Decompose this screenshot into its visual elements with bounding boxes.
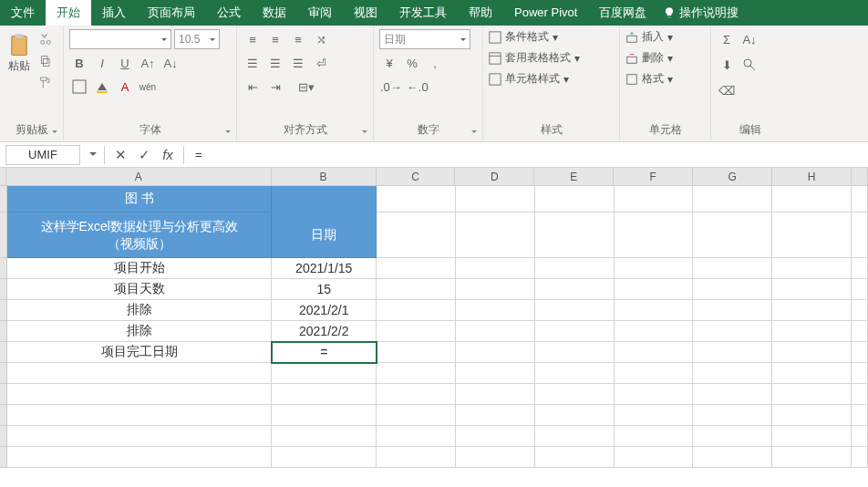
increase-indent-button[interactable]: ⇥ (265, 77, 285, 97)
tab-power[interactable]: Power Pivot (503, 0, 588, 26)
bold-button[interactable]: B (69, 53, 89, 73)
align-bottom-button[interactable]: ≡ (288, 29, 308, 49)
clear-button[interactable]: ⌫ (717, 80, 737, 100)
svg-point-13 (744, 59, 751, 67)
cell-a6[interactable]: 排除 (7, 321, 272, 342)
fill-color-button[interactable] (92, 77, 112, 97)
number-group-label: 数字 (379, 120, 477, 140)
sort-button[interactable]: A↓ (739, 29, 760, 49)
cell-a3[interactable]: 项目开始 (7, 258, 272, 279)
tab-view[interactable]: 视图 (343, 0, 388, 26)
format-painter-button[interactable] (36, 73, 56, 93)
tab-baidu[interactable]: 百度网盘 (588, 0, 657, 26)
editing-group-label: 编辑 (717, 120, 784, 140)
fill-button[interactable]: ⬇ (717, 55, 737, 75)
cells-group-label: 单元格 (625, 120, 705, 140)
cell-a5[interactable]: 排除 (7, 300, 272, 321)
col-header-g[interactable]: G (693, 168, 772, 185)
col-header-f[interactable]: F (614, 168, 693, 185)
svg-rect-1 (15, 34, 23, 38)
tab-review[interactable]: 审阅 (297, 0, 343, 26)
percent-button[interactable]: % (402, 53, 422, 73)
number-format-select[interactable]: 日期 (379, 29, 470, 49)
align-center-button[interactable]: ☰ (265, 53, 285, 73)
cell-styles-button[interactable]: 单元格样式 ▾ (489, 71, 614, 87)
tell-me[interactable]: 操作说明搜 (663, 5, 739, 21)
insert-cells-button[interactable]: 插入 ▾ (625, 29, 705, 45)
tab-formula[interactable]: 公式 (206, 0, 252, 26)
align-middle-button[interactable]: ≡ (265, 29, 285, 49)
col-header-b[interactable]: B (272, 168, 377, 185)
cell-a7[interactable]: 项目完工日期 (7, 342, 272, 363)
decrease-indent-button[interactable]: ⇤ (243, 77, 263, 97)
conditional-format-button[interactable]: 条件格式 ▾ (489, 29, 614, 45)
delete-cells-button[interactable]: 删除 ▾ (625, 50, 705, 66)
align-top-button[interactable]: ≡ (243, 29, 263, 49)
cell-b7[interactable]: = (272, 342, 377, 363)
formula-input[interactable] (188, 145, 868, 165)
svg-line-14 (750, 66, 755, 70)
name-box[interactable]: UMIF (5, 145, 80, 165)
cell[interactable] (377, 186, 456, 212)
comma-button[interactable]: , (425, 53, 445, 73)
svg-rect-7 (490, 52, 501, 63)
col-header-h[interactable]: H (772, 168, 852, 185)
font-group-label: 字体 (69, 120, 231, 140)
col-header-a[interactable]: A (6, 168, 272, 185)
increase-font-button[interactable]: A↑ (138, 53, 158, 73)
underline-button[interactable]: U (115, 53, 135, 73)
insert-function-button[interactable]: fx (156, 143, 180, 167)
decrease-decimal-button[interactable]: ←.0 (406, 77, 429, 97)
name-box-dropdown[interactable] (86, 150, 100, 160)
svg-rect-12 (627, 74, 637, 84)
currency-button[interactable]: ¥ (379, 53, 399, 73)
tab-home[interactable]: 开始 (46, 0, 91, 26)
tab-insert[interactable]: 插入 (91, 0, 137, 26)
cell-a2[interactable]: 这样学Excel数据处理与分析更高效（视频版） (7, 212, 272, 258)
copy-button[interactable] (36, 51, 56, 71)
borders-button[interactable] (69, 77, 89, 97)
italic-button[interactable]: I (92, 53, 112, 73)
align-left-button[interactable]: ☰ (243, 53, 263, 73)
tell-me-label: 操作说明搜 (679, 5, 739, 21)
col-header-i[interactable] (852, 168, 868, 185)
font-size-select[interactable]: 10.5 (174, 29, 220, 49)
font-name-select[interactable] (69, 29, 171, 49)
tab-layout[interactable]: 页面布局 (137, 0, 206, 26)
table-format-button[interactable]: 套用表格格式 ▾ (489, 50, 614, 66)
cell-b3[interactable]: 2021/1/15 (272, 258, 377, 279)
phonetic-button[interactable]: wén (138, 77, 158, 97)
find-button[interactable] (739, 55, 760, 75)
decrease-font-button[interactable]: A↓ (160, 53, 181, 73)
cell-a1[interactable]: 图 书 (7, 186, 272, 212)
cell-b4[interactable]: 15 (272, 279, 377, 300)
cell-b6[interactable]: 2021/2/2 (272, 321, 377, 342)
select-all-button[interactable] (0, 168, 6, 185)
cell-a4[interactable]: 项目天数 (7, 279, 272, 300)
autosum-button[interactable]: Σ (717, 29, 737, 49)
merge-button[interactable]: ⊟▾ (288, 77, 325, 97)
tab-data[interactable]: 数据 (252, 0, 297, 26)
styles-group-label: 样式 (489, 120, 614, 140)
format-cells-button[interactable]: 格式 ▾ (625, 71, 705, 87)
svg-rect-10 (627, 36, 637, 42)
cell-b2[interactable]: 日期 (272, 212, 377, 258)
paste-button[interactable]: 粘贴 (5, 33, 33, 89)
tab-dev[interactable]: 开发工具 (388, 0, 458, 26)
svg-rect-2 (43, 58, 49, 66)
col-header-e[interactable]: E (534, 168, 614, 185)
cell-b1[interactable] (272, 186, 377, 212)
col-header-d[interactable]: D (455, 168, 534, 185)
cell-b5[interactable]: 2021/2/1 (272, 300, 377, 321)
enter-formula-button[interactable]: ✓ (132, 143, 156, 167)
align-right-button[interactable]: ☰ (288, 53, 308, 73)
font-color-button[interactable]: A (115, 77, 135, 97)
increase-decimal-button[interactable]: .0→ (379, 77, 403, 97)
tab-help[interactable]: 帮助 (458, 0, 503, 26)
orientation-button[interactable]: ⤭ (311, 29, 331, 49)
cancel-formula-button[interactable]: ✕ (108, 143, 132, 167)
wrap-text-button[interactable]: ⏎ (311, 53, 331, 73)
col-header-c[interactable]: C (377, 168, 456, 185)
tab-file[interactable]: 文件 (0, 0, 46, 26)
cut-button[interactable] (36, 29, 56, 49)
